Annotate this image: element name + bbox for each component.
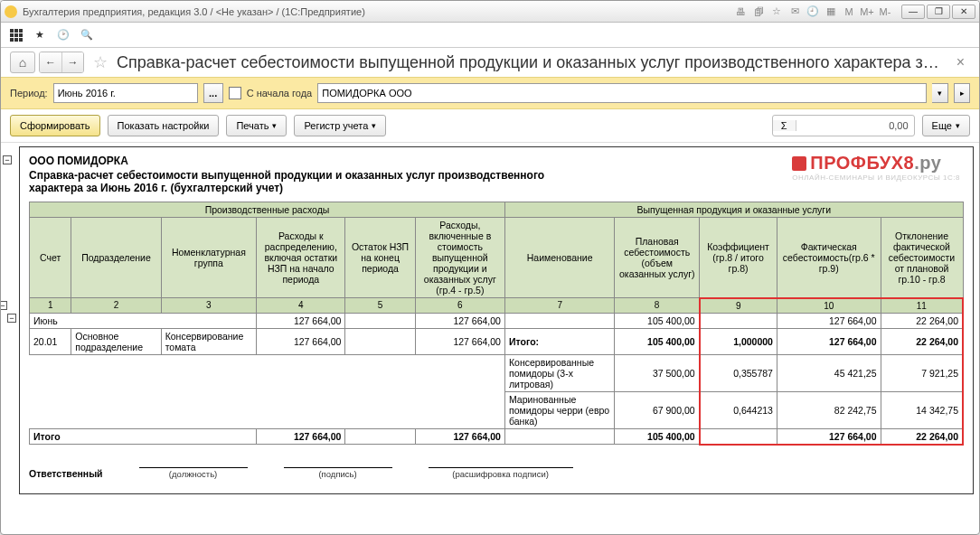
app-window: Бухгалтерия предприятия, редакция 3.0 / … bbox=[0, 0, 980, 535]
th-incl: Расходы, включенные в стоимость выпущенн… bbox=[415, 218, 504, 298]
th-wip: Остаток НЗП на конец периода bbox=[345, 218, 415, 298]
search-icon[interactable]: 🔍 bbox=[79, 27, 95, 43]
column-numbers: 123 456 78 9 10 11 bbox=[30, 298, 964, 314]
tree-toggle-root[interactable]: − bbox=[3, 155, 12, 164]
titlebar: Бухгалтерия предприятия, редакция 3.0 / … bbox=[1, 1, 979, 23]
from-start-label: С начала года bbox=[247, 88, 313, 99]
tree-toggle-month[interactable]: − bbox=[1, 301, 7, 310]
print-button[interactable]: Печать▾ bbox=[226, 115, 287, 136]
th-costs: Расходы к распределению, включая остатки… bbox=[257, 218, 345, 298]
favorite-star-icon[interactable]: ★ bbox=[32, 27, 48, 43]
print-icon[interactable]: 🖶 bbox=[733, 5, 748, 18]
history-icon[interactable]: 🕑 bbox=[55, 27, 71, 43]
sigma-icon[interactable]: Σ bbox=[773, 120, 796, 131]
th-group-output: Выпущенная продукция и оказанные услуги bbox=[504, 202, 963, 218]
th-fact: Фактическая себестоимость(гр.6 * гр.9) bbox=[777, 218, 881, 298]
row-month[interactable]: Июнь 127 664,00 127 664,00 105 400,00 12… bbox=[30, 313, 964, 328]
m-icon[interactable]: M bbox=[842, 5, 856, 18]
sum-display: Σ 0,00 bbox=[772, 115, 915, 136]
period-field[interactable]: Июнь 2016 г. bbox=[53, 83, 198, 103]
th-name: Наименование bbox=[504, 218, 614, 298]
from-start-checkbox[interactable] bbox=[229, 87, 241, 99]
close-doc-button[interactable]: × bbox=[951, 54, 970, 70]
signature-row: Ответственный (должность) (подпись) (рас… bbox=[29, 467, 964, 479]
window-title: Бухгалтерия предприятия, редакция 3.0 / … bbox=[23, 6, 733, 17]
report-body: ПРОФБУХ8.ру ОНЛАЙН-СЕМИНАРЫ И ВИДЕОКУРСЫ… bbox=[19, 146, 974, 494]
m-plus-icon[interactable]: M+ bbox=[860, 5, 874, 18]
row-account[interactable]: 20.01 Основное подразделение Консервиров… bbox=[30, 328, 964, 354]
main-toolbar: ★ 🕑 🔍 bbox=[1, 23, 979, 48]
responsible-label: Ответственный bbox=[29, 468, 103, 479]
titlebar-tools: 🖶 🗐 ☆ ✉ 🕘 ▦ M M+ M- bbox=[733, 5, 892, 18]
tree-toggle-acc[interactable]: − bbox=[7, 314, 16, 323]
window-buttons: — ❐ ✕ bbox=[900, 5, 975, 19]
period-picker-button[interactable]: ... bbox=[203, 83, 223, 103]
bookmark-star-icon[interactable]: ☆ bbox=[93, 52, 108, 72]
report-viewport[interactable]: − ПРОФБУХ8.ру ОНЛАЙН-СЕМИНАРЫ И ВИДЕОКУР… bbox=[1, 143, 979, 534]
nav-arrows: ← → bbox=[39, 52, 84, 73]
th-dept: Подразделение bbox=[71, 218, 161, 298]
row-product-2[interactable]: Маринованные помидоры черри (евро банка)… bbox=[30, 391, 964, 428]
mail-icon[interactable]: ✉ bbox=[787, 5, 802, 18]
sign-decipher: (расшифровка подписи) bbox=[429, 467, 573, 479]
doc-header: ⌂ ← → ☆ Справка-расчет себестоимости вып… bbox=[1, 48, 979, 77]
org-open-button[interactable]: ▸ bbox=[954, 83, 970, 103]
minimize-button[interactable]: — bbox=[901, 5, 925, 19]
th-nomgroup: Номенклатурная группа bbox=[161, 218, 257, 298]
more-button[interactable]: Еще▾ bbox=[922, 115, 970, 136]
apps-grid-icon[interactable] bbox=[8, 27, 24, 43]
app-icon bbox=[5, 5, 17, 18]
show-settings-button[interactable]: Показать настройки bbox=[108, 115, 220, 136]
star-icon[interactable]: ☆ bbox=[769, 5, 784, 18]
close-window-button[interactable]: ✕ bbox=[952, 5, 975, 19]
organization-field[interactable]: ПОМИДОРКА ООО bbox=[317, 83, 927, 103]
th-coef: Коэффициент (гр.8 / итого гр.8) bbox=[700, 218, 777, 298]
report-table: Производственные расходы Выпущенная прод… bbox=[29, 202, 964, 446]
calc-icon[interactable]: 🗐 bbox=[751, 5, 766, 18]
filter-bar: Период: Июнь 2016 г. ... С начала года П… bbox=[1, 77, 979, 109]
back-button[interactable]: ← bbox=[40, 52, 61, 72]
th-plan: Плановая себестоимость (объем оказанных … bbox=[615, 218, 700, 298]
forward-button[interactable]: → bbox=[61, 52, 83, 72]
th-dev: Отклонение фактической себестоимости от … bbox=[881, 218, 963, 298]
action-bar: Сформировать Показать настройки Печать▾ … bbox=[1, 109, 979, 143]
period-label: Период: bbox=[10, 88, 48, 99]
sign-position: (должность) bbox=[139, 467, 248, 479]
generate-button[interactable]: Сформировать bbox=[10, 115, 100, 136]
row-product-1[interactable]: Консервированные помидоры (3-х литровая)… bbox=[30, 354, 964, 391]
clock-icon[interactable]: 🕘 bbox=[806, 5, 820, 18]
sign-signature: (подпись) bbox=[284, 467, 392, 479]
doc-title: Справка-расчет себестоимости выпущенной … bbox=[117, 53, 947, 72]
maximize-button[interactable]: ❐ bbox=[927, 5, 950, 19]
org-dropdown-button[interactable]: ▾ bbox=[932, 83, 948, 103]
register-button[interactable]: Регистр учета▾ bbox=[294, 115, 386, 136]
m-minus-icon[interactable]: M- bbox=[878, 5, 892, 18]
watermark: ПРОФБУХ8.ру ОНЛАЙН-СЕМИНАРЫ И ВИДЕОКУРСЫ… bbox=[792, 153, 960, 182]
home-button[interactable]: ⌂ bbox=[10, 52, 35, 73]
report-title: Справка-расчет себестоимости выпущенной … bbox=[29, 169, 589, 194]
sum-value: 0,00 bbox=[796, 120, 914, 131]
grid-small-icon[interactable]: ▦ bbox=[824, 5, 838, 18]
th-account: Счет bbox=[30, 218, 71, 298]
row-total[interactable]: Итого 127 664,00 127 664,00 105 400,00 1… bbox=[30, 428, 964, 445]
th-group-prod-costs: Производственные расходы bbox=[30, 202, 505, 218]
